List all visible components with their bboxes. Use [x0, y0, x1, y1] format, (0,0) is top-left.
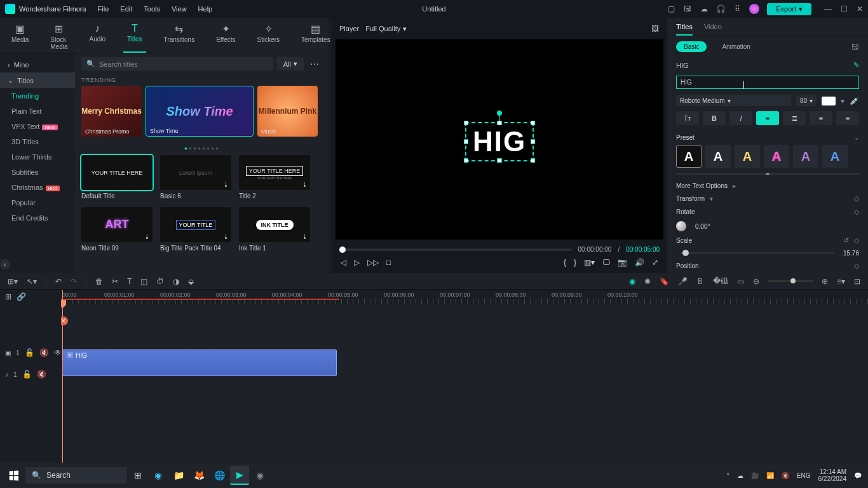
- align-left-button[interactable]: ≡: [756, 111, 779, 125]
- title-tile[interactable]: ART⭳Neon Title 09: [81, 207, 153, 252]
- save-icon[interactable]: 🖫: [683, 4, 692, 13]
- carousel-item[interactable]: Merry ChristmasChristmas Promo: [81, 86, 142, 137]
- sidebar-titles[interactable]: ⌄Titles: [0, 72, 75, 88]
- resize-handle[interactable]: [531, 121, 535, 125]
- category-popular[interactable]: Popular: [0, 195, 75, 210]
- tab-effects[interactable]: ✦Effects: [212, 20, 239, 53]
- track-manager-icon[interactable]: ⊞: [5, 292, 11, 301]
- reset-icon[interactable]: ↺: [843, 236, 849, 245]
- fit-icon[interactable]: ⊡: [854, 277, 860, 286]
- meet-now-icon[interactable]: 🎥: [751, 472, 759, 479]
- subtab-basic[interactable]: Basic: [676, 41, 707, 52]
- menu-view[interactable]: View: [172, 5, 187, 13]
- preset-item[interactable]: A: [705, 145, 731, 168]
- preset-item[interactable]: A: [822, 145, 848, 168]
- font-size-input[interactable]: 80▾: [796, 95, 817, 106]
- export-button[interactable]: Export▾: [767, 3, 811, 15]
- transform-header[interactable]: Transform: [676, 195, 705, 202]
- preset-item[interactable]: A: [735, 145, 760, 168]
- scale-slider[interactable]: [680, 252, 834, 254]
- resize-handle[interactable]: [464, 121, 468, 125]
- mark-in-button[interactable]: {: [564, 258, 566, 267]
- edit-text-icon[interactable]: ✎: [853, 61, 859, 69]
- title-tile[interactable]: YOUR TITLE HEREYOUR SUBTITLE HERE⭳Title …: [239, 155, 310, 200]
- scrub-playhead[interactable]: [339, 247, 346, 253]
- keyframe-diamond-icon[interactable]: ◇: [854, 262, 859, 270]
- mute-icon[interactable]: 🔇: [37, 370, 46, 379]
- filter-dropdown[interactable]: All▾: [277, 57, 304, 71]
- download-icon[interactable]: ⭳: [223, 181, 229, 187]
- preset-item[interactable]: A: [793, 145, 818, 168]
- menu-tools[interactable]: Tools: [144, 5, 160, 13]
- text-object[interactable]: HIG: [465, 122, 534, 161]
- font-dropdown[interactable]: Roboto Medium▾: [676, 95, 791, 106]
- tab-titles[interactable]: TTitles: [123, 20, 146, 53]
- tray-chevron-icon[interactable]: ˄: [726, 472, 729, 479]
- lock-icon[interactable]: 🔓: [25, 348, 34, 357]
- text-content-input[interactable]: HIG: [676, 76, 859, 89]
- display-button[interactable]: 🖵: [602, 258, 610, 267]
- preset-item[interactable]: A: [676, 145, 702, 168]
- preset-scrollbar[interactable]: [676, 173, 859, 175]
- mixer-icon[interactable]: ✺: [644, 277, 651, 286]
- layout-icon[interactable]: ▢: [667, 4, 675, 13]
- preset-item[interactable]: A: [764, 145, 789, 168]
- redo-button[interactable]: ↷: [71, 277, 77, 286]
- zoom-in-icon[interactable]: ⊕: [822, 277, 828, 286]
- rotate-value[interactable]: 0.00°: [695, 223, 710, 230]
- align-center-button[interactable]: ≣: [783, 111, 806, 125]
- quality-dropdown[interactable]: Full Quality▾: [365, 25, 407, 33]
- volume-icon[interactable]: 🔇: [782, 472, 789, 479]
- user-avatar[interactable]: [749, 4, 759, 14]
- headphone-icon[interactable]: 🎧: [716, 4, 725, 13]
- chevron-down-icon[interactable]: ▾: [841, 97, 844, 105]
- scrub-bar[interactable]: [339, 248, 572, 251]
- tab-stock-media[interactable]: ⊞Stock Media: [46, 20, 71, 53]
- taskview-button[interactable]: ⊞: [128, 466, 147, 485]
- filmora-app[interactable]: ▶: [230, 466, 249, 485]
- mute-icon[interactable]: 🔇: [39, 348, 49, 357]
- keyframe-button[interactable]: ⬙: [188, 277, 194, 286]
- text-button[interactable]: T: [127, 277, 132, 286]
- delete-button[interactable]: 🗑: [95, 277, 103, 286]
- preview-canvas[interactable]: HIG: [336, 39, 663, 240]
- title-tile[interactable]: YOUR TITLE⭳Big Title Pack Title 04: [160, 207, 231, 252]
- italic-button[interactable]: I: [729, 111, 752, 125]
- resize-handle[interactable]: [464, 140, 468, 144]
- carousel-item[interactable]: Millennium PinkMusic: [257, 86, 318, 137]
- minimize-button[interactable]: —: [824, 4, 832, 13]
- download-icon[interactable]: ⭳: [302, 233, 308, 240]
- download-icon[interactable]: ⭳: [144, 233, 150, 240]
- resize-handle[interactable]: [531, 158, 535, 163]
- start-button[interactable]: [3, 465, 24, 485]
- sidebar-mine[interactable]: ›Mine: [0, 57, 75, 72]
- category-3d-titles[interactable]: 3D Titles: [0, 134, 75, 149]
- keyframe-diamond-icon[interactable]: ◇: [854, 236, 859, 245]
- visibility-icon[interactable]: 👁: [54, 348, 62, 357]
- align-justify-button[interactable]: ≡: [836, 111, 859, 125]
- wifi-icon[interactable]: 📶: [766, 472, 774, 479]
- rotate-knob[interactable]: [676, 221, 686, 231]
- close-button[interactable]: ✕: [857, 4, 863, 13]
- category-lower-thirds[interactable]: Lower Thirds: [0, 149, 75, 165]
- marker-close-icon[interactable]: ✕: [61, 316, 68, 325]
- time-ruler[interactable]: 00:00 00:00:01:00 00:00:02:00 00:00:03:0…: [61, 290, 868, 304]
- category-plain-text[interactable]: Plain Text: [0, 104, 75, 119]
- undo-button[interactable]: ↶: [55, 277, 62, 286]
- link-icon[interactable]: 🔗: [17, 292, 26, 301]
- fullscreen-button[interactable]: ⤢: [652, 258, 658, 267]
- download-icon[interactable]: ⭳: [223, 233, 229, 240]
- prop-tab-titles[interactable]: Titles: [676, 23, 693, 36]
- title-tile[interactable]: YOUR TITLE HEREDefault Title: [81, 155, 153, 200]
- play-button[interactable]: ▷: [354, 258, 360, 267]
- carousel-item[interactable]: Show TimeShow Time: [146, 86, 254, 137]
- cloud-icon[interactable]: ☁: [700, 4, 709, 13]
- prev-frame-button[interactable]: ◁: [341, 258, 346, 267]
- mark-out-button[interactable]: }: [574, 258, 576, 267]
- zoom-slider[interactable]: [768, 280, 813, 282]
- explorer-app[interactable]: 📁: [169, 466, 188, 485]
- snap-icon[interactable]: �磁: [713, 276, 728, 287]
- adjust-icon[interactable]: 🎚: [696, 277, 704, 286]
- download-icon[interactable]: ⭳: [302, 181, 308, 187]
- layout-icon[interactable]: ⊞▾: [8, 277, 18, 286]
